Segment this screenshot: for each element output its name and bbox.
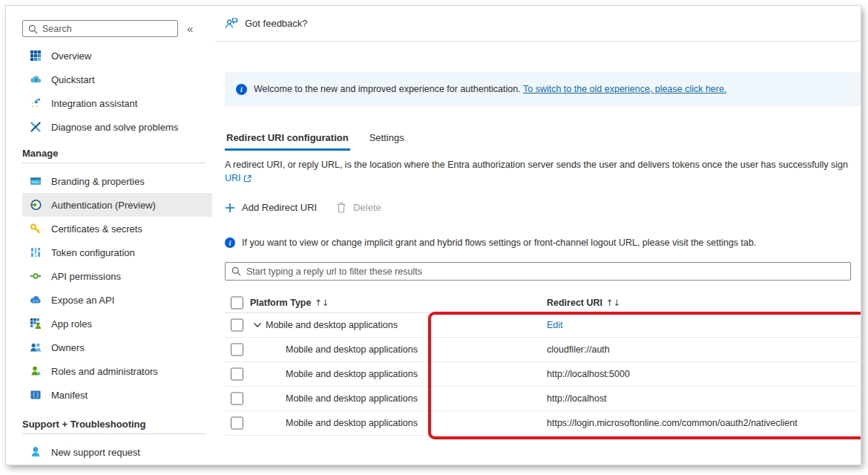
edit-link[interactable]: Edit [547, 320, 563, 330]
table-row: Mobile and desktop applications cloudfil… [225, 338, 859, 362]
sidebar-item-label: Manifest [51, 390, 88, 401]
select-all-checkbox[interactable] [231, 296, 243, 309]
info-banner: i Welcome to the new and improved experi… [225, 72, 861, 106]
platform-type-cell: Mobile and desktop applications [286, 393, 418, 404]
sidebar-item-integration-assistant[interactable]: Integration assistant [22, 91, 212, 115]
column-redirect-uri: Redirect URI [547, 298, 602, 308]
feedback-icon [225, 17, 238, 30]
redirect-uri-description: A redirect URI, or reply URL, is the loc… [225, 158, 861, 185]
collapse-sidebar-button[interactable]: « [187, 22, 193, 35]
expose-api-icon [30, 294, 42, 306]
sidebar-item-label: Authentication (Preview) [51, 200, 156, 211]
row-checkbox[interactable] [231, 417, 243, 430]
owners-icon [30, 341, 42, 353]
external-link-icon [243, 174, 252, 183]
sidebar-item-certificates[interactable]: Certificates & secrets [22, 217, 212, 240]
sidebar-item-label: Branding & properties [51, 176, 145, 187]
sidebar-item-label: New support request [51, 447, 140, 458]
table-group-row: Mobile and desktop applications Edit [225, 313, 859, 338]
row-checkbox[interactable] [231, 319, 243, 332]
sidebar-item-api-permissions[interactable]: API permissions [22, 264, 212, 288]
tab-redirect-uri-configuration[interactable]: Redirect URI configuration [225, 130, 350, 151]
sidebar-item-label: Expose an API [51, 295, 114, 306]
tab-bar: Redirect URI configuration Settings [225, 130, 406, 151]
reply-url-filter-input[interactable] [246, 266, 850, 277]
search-icon [231, 266, 241, 276]
chevron-down-icon[interactable] [252, 320, 263, 330]
app-window: « Overview Quickstart Integration assist… [6, 6, 861, 465]
add-redirect-uri-label: Add Redirect URI [242, 202, 317, 213]
platform-type-cell: Mobile and desktop applications [266, 320, 398, 330]
learn-more-uri-link[interactable]: URI [225, 171, 241, 185]
sidebar-item-overview[interactable]: Overview [22, 44, 212, 68]
filter-box [225, 262, 851, 281]
redirect-uri-cell: https://login.microsoftonline.com/common… [547, 418, 798, 428]
sidebar-item-label: Integration assistant [51, 98, 137, 109]
redirect-uri-cell: http://localhost:5000 [547, 369, 630, 379]
delete-button[interactable]: Delete [336, 202, 381, 213]
sidebar-item-label: Roles and administrators [51, 366, 158, 377]
quickstart-icon [30, 73, 42, 85]
sidebar-item-manifest[interactable]: () Manifest [22, 383, 212, 407]
app-roles-icon [30, 318, 42, 330]
got-feedback-label: Got feedback? [245, 18, 308, 29]
settings-note-text: If you want to view or change implicit g… [242, 238, 756, 248]
search-input[interactable] [22, 20, 178, 37]
table-header: Platform Type↑↓ Redirect URI↑↓ [225, 292, 859, 313]
sidebar-section-manage: Manage [22, 143, 212, 163]
key-icon [30, 223, 42, 235]
manifest-icon: () [30, 389, 42, 401]
divider [22, 433, 206, 434]
info-icon: i [225, 238, 235, 248]
delete-label: Delete [353, 202, 381, 213]
sidebar-item-label: Token configuration [51, 247, 135, 258]
redirect-uri-table: Platform Type↑↓ Redirect URI↑↓ Mobile an… [225, 292, 859, 436]
sidebar-section-support: Support + Troubleshooting [22, 414, 212, 433]
switch-old-experience-link[interactable]: To switch to the old experience, please … [523, 84, 726, 94]
sidebar-item-label: Certificates & secrets [51, 223, 142, 235]
sidebar-item-label: Owners [51, 342, 85, 353]
support-person-icon [30, 446, 42, 458]
platform-type-cell: Mobile and desktop applications [286, 344, 418, 355]
rocket-icon [30, 97, 42, 109]
sidebar-item-quickstart[interactable]: Quickstart [22, 68, 212, 91]
sidebar-item-diagnose[interactable]: Diagnose and solve problems [22, 115, 212, 139]
overview-icon [30, 50, 42, 62]
table-row: Mobile and desktop applications https://… [225, 411, 859, 436]
sort-icon[interactable]: ↑↓ [315, 298, 329, 308]
sidebar-item-new-support-request[interactable]: New support request [22, 440, 212, 464]
sidebar-item-label: Overview [51, 50, 91, 62]
settings-note: i If you want to view or change implicit… [225, 238, 756, 248]
sidebar-item-expose-api[interactable]: Expose an API [22, 288, 212, 312]
got-feedback-button[interactable]: Got feedback? [225, 17, 308, 30]
sidebar-item-app-roles[interactable]: App roles [22, 312, 212, 335]
info-icon: i [236, 84, 247, 95]
row-checkbox[interactable] [231, 393, 243, 405]
token-configuration-icon [30, 246, 42, 258]
row-checkbox[interactable] [231, 344, 243, 356]
redirect-uri-cell: cloudfiler://auth [547, 344, 610, 355]
sidebar-item-branding[interactable]: Branding & properties [22, 169, 212, 193]
banner-text: Welcome to the new and improved experien… [254, 84, 521, 94]
sidebar-item-token-configuration[interactable]: Token configuration [22, 240, 212, 264]
sidebar-item-label: App roles [51, 318, 92, 330]
divider [22, 163, 206, 163]
branding-icon [30, 175, 42, 187]
main-content: Got feedback? i Welcome to the new and i… [212, 6, 861, 465]
add-redirect-uri-button[interactable]: Add Redirect URI [225, 202, 317, 213]
svg-text:(): () [32, 391, 39, 399]
sidebar: « Overview Quickstart Integration assist… [6, 6, 212, 465]
column-platform-type: Platform Type [250, 298, 311, 308]
troubleshoot-icon [30, 121, 42, 133]
plus-icon [225, 203, 235, 213]
description-line1: A redirect URI, or reply URL, is the loc… [225, 158, 861, 171]
sort-icon[interactable]: ↑↓ [606, 298, 620, 308]
sidebar-item-owners[interactable]: Owners [22, 335, 212, 359]
sidebar-item-authentication[interactable]: Authentication (Preview) [22, 193, 212, 217]
platform-type-cell: Mobile and desktop applications [286, 418, 418, 428]
sidebar-item-roles-administrators[interactable]: Roles and administrators [22, 359, 212, 383]
tab-settings[interactable]: Settings [368, 130, 406, 151]
row-checkbox[interactable] [231, 368, 243, 381]
divider [215, 41, 861, 42]
platform-type-cell: Mobile and desktop applications [286, 369, 418, 379]
